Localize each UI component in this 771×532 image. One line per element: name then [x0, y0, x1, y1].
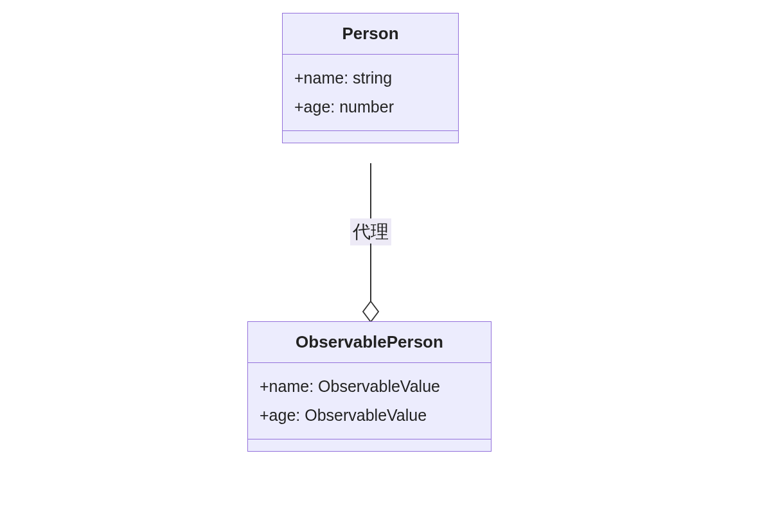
class-methods-empty: [283, 131, 458, 143]
uml-class-diagram: Person +name: string +age: number 代理 Obs…: [0, 0, 771, 532]
uml-class-observableperson: ObservablePerson +name: ObservableValue …: [247, 321, 492, 452]
class-title: Person: [283, 13, 458, 55]
class-attributes: +name: ObservableValue +age: ObservableV…: [248, 363, 491, 439]
svg-marker-0: [363, 301, 378, 322]
class-attributes: +name: string +age: number: [283, 55, 458, 131]
edge-label: 代理: [350, 218, 391, 245]
uml-class-person: Person +name: string +age: number: [282, 13, 459, 143]
aggregation-diamond-icon: [362, 301, 379, 323]
class-attribute: +age: number: [294, 93, 447, 121]
class-methods-empty: [248, 439, 491, 451]
class-title: ObservablePerson: [248, 322, 491, 363]
connector-line: [370, 163, 371, 218]
class-attribute: +name: ObservableValue: [260, 372, 479, 401]
connector-line: [370, 244, 371, 301]
class-attribute: +name: string: [294, 64, 447, 93]
class-attribute: +age: ObservableValue: [260, 401, 479, 430]
